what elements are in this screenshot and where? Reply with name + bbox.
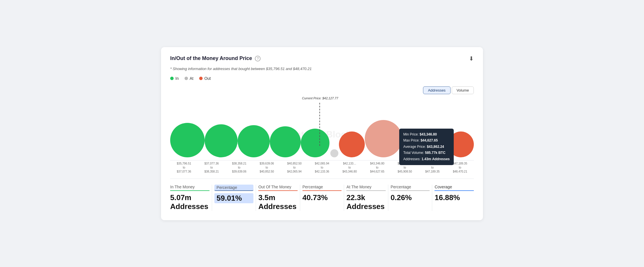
x-label-0: $35,796.51 to $37,077.36 <box>170 162 198 174</box>
legend-dot-at <box>185 77 188 80</box>
legend: In At Out <box>170 76 474 81</box>
legend-item-out: Out <box>199 76 211 81</box>
bubble-1 <box>205 124 238 157</box>
stat-label-percentage-at: Percentage <box>391 185 430 191</box>
bubble-col-3 <box>270 126 301 160</box>
x-label-8: $44,627.65 to $45,908.50 <box>391 162 419 174</box>
header-row: In/Out of the Money Around Price ? ⬇ <box>170 55 474 62</box>
addresses-button[interactable]: Addresses <box>423 86 450 94</box>
legend-dot-out <box>199 77 203 80</box>
divider-4 <box>388 185 388 211</box>
bubble-9 <box>424 133 448 157</box>
controls-row: Addresses Volume <box>170 86 474 94</box>
bubble-5 <box>330 149 338 157</box>
current-price-label: Current Price: $42,127.77 <box>302 96 338 100</box>
page-title: In/Out of the Money Around Price <box>170 55 252 61</box>
x-label-4: $40,852.50 to $42,065.94 <box>281 162 308 174</box>
bubble-6 <box>339 131 365 157</box>
divider-3 <box>344 185 344 211</box>
stat-value-percentage-at: 0.26% <box>391 193 430 202</box>
stat-value-coverage: 16.88% <box>434 193 474 202</box>
bubble-10 <box>448 131 474 157</box>
bubble-col-10 <box>448 131 474 160</box>
x-label-7: $43,346.80 to $44,627.65 <box>363 162 391 174</box>
bubble-7 <box>365 120 402 157</box>
divider-0 <box>212 185 212 211</box>
legend-item-at: At <box>185 76 193 81</box>
stat-in-the-money: In The Money 5.07m Addresses <box>170 185 210 211</box>
legend-dot-in <box>170 77 174 80</box>
bubble-8 <box>402 136 424 157</box>
bubble-col-1 <box>205 124 238 160</box>
bubble-col-0 <box>170 123 205 160</box>
divider-2 <box>300 185 300 211</box>
x-label-1: $37,077.36 to $38,358.21 <box>198 162 225 174</box>
volume-button[interactable]: Volume <box>452 86 474 94</box>
stat-percentage-in: Percentage 59.01% <box>214 185 254 203</box>
x-labels: $35,796.51 to $37,077.36 $37,077.36 to $… <box>170 160 474 175</box>
bubbles-row: Current Price: $42,127.77 <box>170 97 474 160</box>
stat-label-percentage-in: Percentage <box>214 185 254 191</box>
x-label-10: $47,189.35 to $48,470.21 <box>446 162 474 174</box>
bubble-col-5 <box>329 149 339 160</box>
stat-label-in-the-money: In The Money <box>170 185 210 191</box>
subtitle: * Showing information for addresses that… <box>170 67 474 71</box>
stat-label-coverage: Coverage <box>434 185 474 191</box>
x-label-6: $42,133… to $43,346.80 <box>336 162 363 174</box>
bubble-2 <box>238 125 270 157</box>
stat-value-percentage-in: 59.01% <box>214 193 254 203</box>
stat-value-out-of-money: 3.5m Addresses <box>258 193 298 211</box>
stat-coverage: Coverage 16.88% <box>434 185 474 202</box>
bubble-0 <box>170 123 205 157</box>
chart-area: IntoTheBlock Current Price: $42,127.77 <box>170 97 474 172</box>
legend-label-out: Out <box>204 76 211 81</box>
main-card: In/Out of the Money Around Price ? ⬇ * S… <box>161 47 483 220</box>
stat-label-at-money: At The Money <box>346 185 386 191</box>
x-label-9: $45,908.50 to $47,189.35 <box>419 162 446 174</box>
bubble-3 <box>270 126 301 157</box>
stat-out-of-money: Out Of The Money 3.5m Addresses <box>258 185 298 211</box>
bubble-col-9 <box>424 133 448 160</box>
bubble-col-8 <box>402 136 424 160</box>
legend-label-in: In <box>175 76 179 81</box>
bubble-col-4 <box>301 129 329 160</box>
legend-label-at: At <box>190 76 193 81</box>
stat-value-percentage-out: 40.73% <box>302 193 342 202</box>
stat-percentage-out: Percentage 40.73% <box>302 185 342 202</box>
divider-1 <box>256 185 256 211</box>
stat-label-percentage-out: Percentage <box>302 185 342 191</box>
stat-value-at-money: 22.3k Addresses <box>346 193 386 211</box>
x-label-3: $39,639.06 to $40,852.50 <box>253 162 281 174</box>
x-label-5: $42,065.94 to $42,133.36 <box>308 162 336 174</box>
title-group: In/Out of the Money Around Price ? <box>170 55 261 61</box>
bubble-4 <box>301 129 329 157</box>
help-icon[interactable]: ? <box>255 56 261 61</box>
bubble-col-2 <box>238 125 270 160</box>
stats-row: In The Money 5.07m Addresses Percentage … <box>170 179 474 211</box>
divider-5 <box>432 185 432 211</box>
x-label-2: $38,358.21 to $39,639.06 <box>225 162 253 174</box>
download-icon[interactable]: ⬇ <box>469 55 474 62</box>
stat-value-in-the-money: 5.07m Addresses <box>170 193 210 211</box>
stat-at-money: At The Money 22.3k Addresses <box>346 185 386 211</box>
stat-label-out-of-money: Out Of The Money <box>258 185 298 191</box>
bubble-col-6 <box>339 131 365 160</box>
bubble-col-7: Min Price: $43,346.80 Max Price: $44,627… <box>365 120 402 160</box>
stat-percentage-at: Percentage 0.26% <box>391 185 430 202</box>
legend-item-in: In <box>170 76 179 81</box>
